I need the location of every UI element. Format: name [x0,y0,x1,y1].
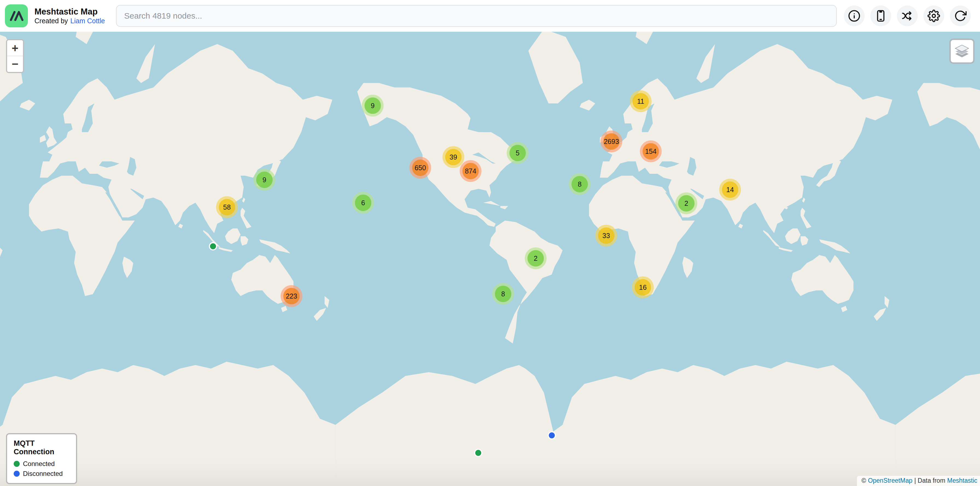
cluster-marker[interactable]: 2 [675,192,697,214]
attribution-middle: | Data from [915,477,945,484]
search-input[interactable] [116,5,837,27]
cluster-inner: 8 [495,286,511,302]
header: Meshtastic Map Created by Liam Cottle [0,0,980,32]
cluster-marker[interactable]: 14 [719,179,741,201]
osm-link[interactable]: OpenStreetMap [868,477,912,484]
cluster-count: 16 [639,284,647,291]
cluster-marker[interactable]: 6 [352,192,374,214]
cluster-count: 33 [602,232,610,239]
cluster-inner: 8 [571,176,588,192]
legend-item-disconnected: Disconnected [14,470,72,478]
cluster-count: 8 [501,291,505,298]
page-title: Meshtastic Map [35,7,105,17]
cluster-inner: 11 [632,93,649,110]
zoom-control: + − [6,39,24,73]
cluster-marker[interactable]: 650 [409,157,431,179]
cluster-marker[interactable]: 154 [640,140,662,162]
cluster-marker[interactable]: 8 [492,283,514,305]
refresh-icon [954,10,967,22]
cluster-marker[interactable]: 9 [253,169,275,191]
cluster-inner: 5 [509,145,526,161]
author-link[interactable]: Liam Cottle [70,17,105,25]
marker-layer: 911269315439650874589658214332816223 [0,0,980,486]
connected-dot-icon [14,461,20,467]
cluster-inner: 223 [283,288,300,304]
layers-icon [954,44,970,59]
cluster-marker[interactable]: 16 [632,276,654,298]
cluster-count: 9 [262,177,266,183]
legend-label: Disconnected [23,470,63,478]
byline: Created by Liam Cottle [35,17,105,25]
settings-button[interactable] [923,5,944,26]
info-icon [848,10,861,22]
cluster-count: 9 [371,102,375,109]
meshtastic-logo[interactable] [5,5,28,27]
cluster-marker[interactable]: 223 [280,285,302,307]
legend-item-connected: Connected [14,460,72,468]
node-marker-disconnected[interactable] [548,431,556,440]
meshtastic-logo-icon [5,5,28,27]
cluster-inner: 650 [412,159,428,176]
cluster-count: 8 [578,181,582,188]
cluster-marker[interactable]: 8 [569,173,590,195]
legend-title: MQTT Connection [14,439,72,456]
cluster-marker[interactable]: 874 [460,160,482,182]
cluster-marker[interactable]: 58 [216,196,238,218]
cluster-inner: 33 [598,228,614,244]
cluster-count: 2693 [604,138,619,145]
cluster-inner: 14 [722,182,738,198]
cluster-marker[interactable]: 2 [525,247,547,269]
cluster-inner: 9 [256,172,273,188]
map-attribution: © OpenStreetMap | Data from Meshtastic [857,476,980,486]
copyright-symbol: © [861,477,866,484]
title-block: Meshtastic Map Created by Liam Cottle [35,7,105,25]
cluster-inner: 154 [643,143,659,159]
cluster-inner: 2 [678,195,695,212]
cluster-count: 154 [645,148,657,155]
disconnected-dot-icon [14,471,20,477]
cluster-marker[interactable]: 2693 [600,131,622,153]
cluster-count: 2 [534,255,538,262]
cluster-count: 223 [286,293,297,300]
zoom-out-button[interactable]: − [7,56,23,72]
layers-control[interactable] [950,38,975,64]
meshtastic-link[interactable]: Meshtastic [947,477,977,484]
cluster-inner: 39 [445,149,461,165]
cluster-marker[interactable]: 9 [362,95,383,116]
zoom-in-button[interactable]: + [7,40,23,56]
cluster-count: 39 [450,154,457,161]
cluster-inner: 2 [527,250,544,266]
cluster-marker[interactable]: 39 [442,146,464,168]
cluster-inner: 9 [364,97,381,114]
cluster-count: 6 [361,199,365,206]
smartphone-icon [875,10,887,22]
mqtt-legend: MQTT Connection Connected Disconnected [6,433,77,484]
cluster-inner: 874 [462,163,479,179]
shuffle-button[interactable] [897,5,918,26]
device-button[interactable] [870,5,891,26]
cluster-count: 11 [637,98,644,105]
cluster-count: 14 [726,186,734,193]
cluster-marker[interactable]: 33 [595,225,617,247]
cluster-inner: 6 [355,194,371,211]
cluster-marker[interactable]: 11 [630,90,652,112]
cluster-marker[interactable]: 5 [507,142,528,164]
cluster-count: 5 [516,150,520,156]
cluster-count: 874 [465,168,476,175]
cluster-inner: 58 [219,199,235,215]
info-button[interactable] [844,5,865,26]
byline-prefix: Created by [35,17,68,25]
node-marker-connected[interactable] [474,449,482,457]
cluster-inner: 16 [635,279,651,296]
cluster-count: 650 [415,164,426,171]
node-marker-connected[interactable] [209,242,217,250]
refresh-button[interactable] [950,5,971,26]
legend-label: Connected [23,460,55,468]
cluster-count: 58 [223,204,231,211]
shuffle-icon [901,10,913,22]
cluster-inner: 2693 [603,133,620,150]
gear-icon [928,10,940,22]
cluster-count: 2 [684,200,688,207]
